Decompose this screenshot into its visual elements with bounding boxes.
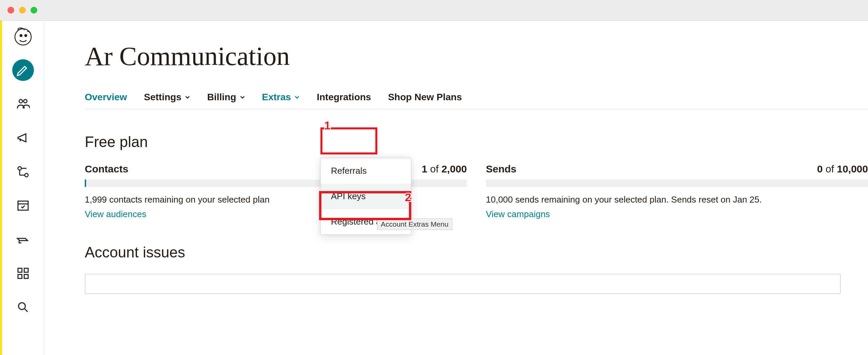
contacts-progress-fill (85, 180, 86, 187)
mailchimp-logo-icon[interactable] (12, 25, 34, 47)
extras-tooltip: Account Extras Menu (377, 218, 452, 230)
chevron-down-icon (185, 95, 190, 100)
plan-stats: Contacts 1 of 2,000 1,999 contacts remai… (85, 163, 868, 220)
annotation-number-1: 1 (324, 119, 331, 132)
tab-label: Overview (85, 92, 127, 103)
tab-overview[interactable]: Overview (85, 92, 127, 103)
sends-progress-bar (486, 180, 868, 187)
website-icon[interactable] (12, 195, 34, 216)
chevron-down-icon (294, 95, 300, 100)
svg-rect-11 (24, 274, 28, 278)
tab-shop-plans[interactable]: Shop New Plans (388, 92, 462, 103)
create-icon[interactable] (12, 59, 34, 81)
chevron-down-icon (240, 95, 245, 100)
issues-heading: Account issues (85, 244, 868, 261)
tab-label: Settings (144, 92, 181, 103)
svg-point-5 (18, 167, 21, 170)
audience-icon[interactable] (12, 93, 34, 115)
campaigns-icon[interactable] (12, 127, 34, 149)
search-icon[interactable] (12, 296, 34, 318)
sends-stat-block: Sends 0 of 10,000 10,000 sends remaining… (486, 163, 868, 220)
page-title: Ar Communication (85, 41, 868, 71)
sends-value: 0 of 10,000 (817, 163, 868, 175)
svg-point-3 (19, 100, 22, 103)
tab-integrations[interactable]: Integrations (317, 92, 371, 103)
plan-heading: Free plan (85, 133, 868, 150)
minimize-window-button[interactable] (19, 7, 26, 14)
account-issues-panel (85, 274, 841, 294)
content-icon[interactable] (12, 229, 34, 250)
svg-point-6 (25, 173, 28, 177)
view-campaigns-link[interactable]: View campaigns (486, 209, 868, 220)
tab-billing[interactable]: Billing (207, 92, 245, 103)
contacts-value: 1 of 2,000 (422, 163, 467, 175)
svg-point-2 (25, 35, 27, 37)
sends-description: 10,000 sends remaining on your selected … (486, 194, 868, 205)
tab-settings[interactable]: Settings (144, 92, 190, 103)
tab-label: Billing (207, 92, 236, 103)
integrations-icon[interactable] (12, 263, 34, 284)
maximize-window-button[interactable] (31, 7, 37, 14)
svg-rect-9 (24, 268, 28, 272)
window-titlebar (0, 0, 868, 20)
tab-label: Integrations (317, 92, 371, 103)
svg-rect-10 (18, 274, 22, 278)
automations-icon[interactable] (12, 161, 34, 183)
svg-rect-7 (18, 201, 28, 210)
tab-label: Extras (262, 92, 291, 103)
sends-label: Sends (486, 163, 516, 175)
annotation-box-2 (319, 191, 411, 220)
main-content: Ar Communication Overview Settings Billi… (44, 21, 868, 355)
tab-extras[interactable]: Extras (262, 92, 300, 103)
svg-rect-8 (18, 268, 22, 272)
account-tabs: Overview Settings Billing Extras Integra… (85, 92, 868, 109)
tab-label: Shop New Plans (388, 92, 462, 103)
svg-point-4 (23, 100, 27, 103)
annotation-number-2: 2 (405, 191, 411, 204)
close-window-button[interactable] (7, 7, 14, 14)
svg-point-12 (18, 303, 25, 310)
svg-point-1 (20, 35, 22, 37)
contacts-label: Contacts (85, 163, 128, 175)
extras-menu-referrals[interactable]: Referrals (321, 158, 411, 184)
sidebar-nav (2, 21, 44, 355)
